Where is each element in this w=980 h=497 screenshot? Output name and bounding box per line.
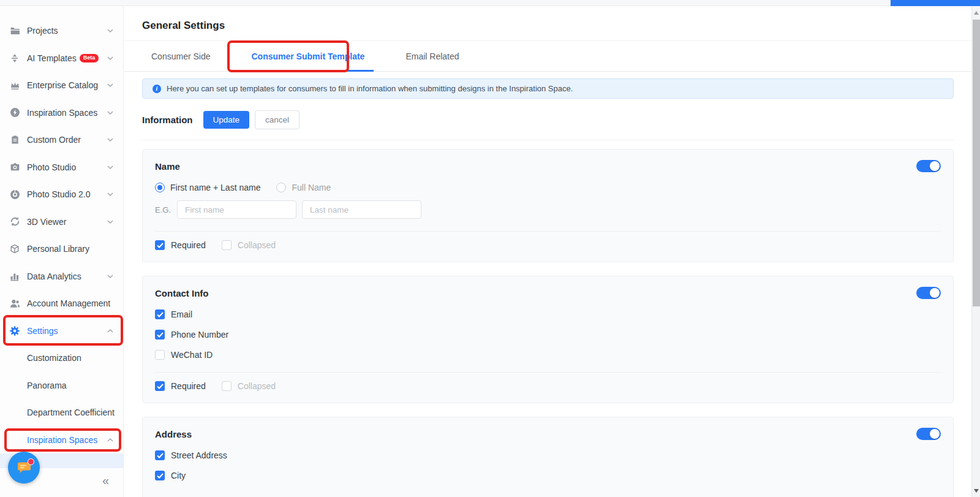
tab-bar: Consumer Side Consumer Submit Template E… xyxy=(124,41,971,72)
rotate-3d-icon xyxy=(9,216,20,227)
eg-label: E.G. xyxy=(155,205,172,214)
contact-required-checkbox[interactable]: Required xyxy=(155,381,206,391)
toggle-knob xyxy=(930,429,940,439)
address-card: Address Street Address City xyxy=(142,417,954,497)
sidebar-item-ai-templates[interactable]: AI Templates Beta xyxy=(0,45,123,72)
chevron-down-icon xyxy=(107,192,113,196)
checkbox-checked-icon xyxy=(155,450,165,460)
info-banner-text: Here you can set up templates for consum… xyxy=(167,84,573,93)
top-toolbar-strip xyxy=(0,0,980,6)
chevron-down-icon xyxy=(107,138,113,142)
wechat-id-checkbox[interactable]: WeChat ID xyxy=(155,350,213,360)
sidebar-item-3d-viewer[interactable]: 3D Viewer xyxy=(0,208,123,236)
camera-icon xyxy=(9,162,20,173)
name-toggle[interactable] xyxy=(916,160,941,172)
chevron-down-icon xyxy=(107,56,113,60)
tab-consumer-side[interactable]: Consumer Side xyxy=(142,41,220,71)
chevron-down-icon xyxy=(107,220,113,224)
name-card: Name First name + Last name Full Name E.… xyxy=(142,149,954,262)
sidebar-item-photo-studio[interactable]: Photo Studio xyxy=(0,154,123,181)
name-required-checkbox[interactable]: Required xyxy=(155,240,206,250)
chevron-up-icon xyxy=(107,438,113,442)
chevron-down-icon xyxy=(107,83,113,87)
tab-email-related[interactable]: Email Related xyxy=(396,41,468,71)
sidebar-item-department-coefficient[interactable]: Department Coefficient xyxy=(0,399,123,427)
email-checkbox[interactable]: Email xyxy=(155,309,192,319)
last-name-input[interactable] xyxy=(302,200,421,219)
city-checkbox[interactable]: City xyxy=(155,471,186,480)
contact-info-card: Contact Info Email Phone Number WeChat I… xyxy=(142,276,954,403)
card-divider xyxy=(155,372,941,373)
chat-fab-button[interactable] xyxy=(8,452,40,484)
checkbox-checked-icon xyxy=(155,381,165,391)
page-header: General Settings xyxy=(124,7,971,41)
sidebar-item-settings[interactable]: Settings xyxy=(0,317,123,345)
address-toggle[interactable] xyxy=(916,428,941,440)
chevron-down-icon xyxy=(107,29,113,32)
checkbox-unchecked-icon xyxy=(155,350,165,360)
vertical-scrollbar[interactable] xyxy=(971,7,980,497)
sidebar-collapse-icon[interactable]: « xyxy=(102,474,109,488)
sidebar-item-customization[interactable]: Customization xyxy=(0,344,123,372)
checkbox-checked-icon xyxy=(155,471,165,480)
cancel-button[interactable]: cancel xyxy=(255,110,300,129)
name-collapsed-checkbox[interactable]: Collapsed xyxy=(222,240,276,250)
chevron-down-icon xyxy=(107,111,113,115)
beta-badge: Beta xyxy=(80,54,99,63)
contact-toggle[interactable] xyxy=(916,287,941,299)
crown-icon xyxy=(9,80,20,91)
section-divider xyxy=(142,140,954,140)
sidebar-item-data-analytics[interactable]: Data Analytics xyxy=(0,263,123,290)
tab-consumer-submit-template[interactable]: Consumer Submit Template xyxy=(243,41,374,71)
clipboard-icon xyxy=(9,134,20,145)
update-button[interactable]: Update xyxy=(203,111,250,129)
radio-selected-icon xyxy=(155,183,165,192)
information-section-header: Information Update cancel xyxy=(142,110,954,129)
information-label: Information xyxy=(142,115,193,125)
street-address-checkbox[interactable]: Street Address xyxy=(155,450,227,460)
card-divider xyxy=(155,231,941,232)
main-content: General Settings Consumer Side Consumer … xyxy=(124,7,971,497)
sidebar-item-inspiration-spaces[interactable]: Inspiration Spaces xyxy=(0,99,123,127)
users-icon xyxy=(9,298,20,309)
sidebar-item-projects[interactable]: Projects xyxy=(0,17,123,45)
aperture-icon xyxy=(9,189,20,200)
info-icon: i xyxy=(153,85,161,93)
radio-full-name[interactable]: Full Name xyxy=(276,183,331,192)
sidebar-item-panorama[interactable]: Panorama xyxy=(0,372,123,400)
sidebar-item-account-management[interactable]: Account Management xyxy=(0,290,123,317)
contact-card-title: Contact Info xyxy=(155,288,209,298)
phone-number-checkbox[interactable]: Phone Number xyxy=(155,330,228,340)
address-card-title: Address xyxy=(155,429,192,439)
sidebar-item-inspiration-spaces-sub[interactable]: Inspiration Spaces xyxy=(0,427,123,454)
contact-collapsed-checkbox[interactable]: Collapsed xyxy=(222,381,276,391)
chevron-down-icon xyxy=(107,165,113,169)
checkbox-unchecked-icon xyxy=(222,240,232,250)
gear-icon xyxy=(9,325,20,336)
sidebar-item-photo-studio-2[interactable]: Photo Studio 2.0 xyxy=(0,181,123,208)
toggle-knob xyxy=(930,288,940,298)
checkbox-checked-icon xyxy=(155,240,165,250)
checkbox-checked-icon xyxy=(155,330,165,340)
sidebar-item-personal-library[interactable]: Personal Library xyxy=(0,235,123,263)
notification-dot xyxy=(28,458,34,465)
scrollbar-thumb[interactable] xyxy=(973,20,980,306)
first-name-input[interactable] xyxy=(177,200,296,219)
sidebar-item-enterprise-catalog[interactable]: Enterprise Catalog xyxy=(0,72,123,99)
scrollbar-up-arrow-icon[interactable] xyxy=(974,11,979,15)
lightning-circle-icon xyxy=(9,107,20,118)
radio-first-last-name[interactable]: First name + Last name xyxy=(155,183,260,192)
checkbox-checked-icon xyxy=(155,309,165,319)
bar-chart-icon xyxy=(9,271,20,282)
name-card-title: Name xyxy=(155,161,180,172)
cube-icon xyxy=(9,243,20,254)
page-title: General Settings xyxy=(142,20,954,32)
sidebar: Projects AI Templates Beta Enterprise Ca… xyxy=(0,7,124,497)
cutoff-blue-button[interactable] xyxy=(891,0,980,6)
sidebar-item-custom-order[interactable]: Custom Order xyxy=(0,126,123,154)
toggle-knob xyxy=(930,161,940,171)
ai-templates-icon xyxy=(9,53,20,64)
checkbox-unchecked-icon xyxy=(222,381,232,391)
folder-icon xyxy=(9,25,20,36)
scrollbar-down-arrow-icon[interactable] xyxy=(974,489,979,493)
